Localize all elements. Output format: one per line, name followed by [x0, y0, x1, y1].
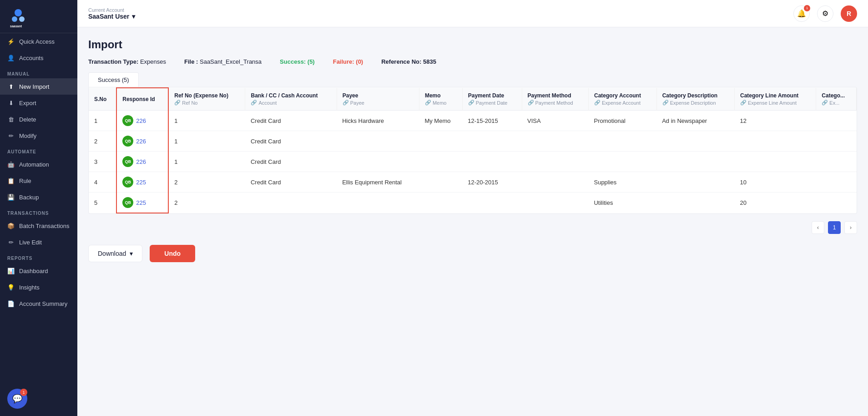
sidebar-item-automation[interactable]: 🤖 Automation — [0, 156, 77, 172]
col-category-account: Category Account 🔗 Expense Account — [588, 88, 656, 111]
transaction-type: Transaction Type: Expenses — [88, 58, 166, 65]
success-count: Success: (5) — [280, 58, 315, 65]
cell-payment-method — [522, 152, 588, 172]
qb-icon: QB — [122, 197, 133, 208]
cell-category-account: Supplies — [588, 172, 656, 193]
cell-response-id: QB226 — [116, 131, 168, 152]
cell-payment-date — [462, 131, 522, 152]
download-button[interactable]: Download ▾ — [88, 245, 142, 262]
cell-category-amount — [734, 152, 816, 172]
cell-ref-no: 2 — [168, 172, 245, 193]
reference-no: Reference No: 5835 — [381, 58, 436, 65]
sidebar-item-insights[interactable]: 💡 Insights — [0, 279, 77, 295]
sidebar-item-accounts[interactable]: 👤 Accounts — [0, 50, 77, 66]
sidebar-item-modify[interactable]: ✏ Modify — [0, 127, 77, 144]
rule-icon: 📋 — [7, 177, 15, 184]
cell-payee — [337, 152, 419, 172]
sidebar-item-export[interactable]: ⬇ Export — [0, 95, 77, 111]
quick-access-icon: ⚡ — [7, 38, 15, 45]
cell-sno: 3 — [89, 152, 116, 172]
table-row: 4QB2252Credit CardEllis Equipment Rental… — [89, 172, 857, 193]
export-icon: ⬇ — [7, 99, 15, 107]
svg-point-0 — [15, 9, 22, 16]
sidebar-item-new-import[interactable]: ⬆ New Import — [0, 78, 77, 95]
cell-ref-no: 1 — [168, 152, 245, 172]
svg-point-1 — [12, 16, 17, 22]
qb-icon: QB — [122, 115, 133, 126]
svg-point-2 — [19, 16, 25, 22]
prev-page-button[interactable]: ‹ — [812, 221, 824, 234]
account-name-selector[interactable]: SaaSant User ▾ — [88, 13, 135, 20]
cell-payment-method — [522, 172, 588, 193]
avatar[interactable]: R — [841, 5, 857, 22]
header: Current Account SaaSant User ▾ 🔔 1 ⚙ R — [77, 0, 868, 27]
sidebar-item-account-summary[interactable]: 📄 Account Summary — [0, 295, 77, 312]
next-page-button[interactable]: › — [844, 221, 857, 234]
response-id-link[interactable]: 225 — [136, 199, 146, 206]
chevron-down-icon: ▾ — [132, 13, 135, 20]
cell-memo — [419, 193, 462, 213]
sidebar-item-quick-access[interactable]: ⚡ Quick Access — [0, 33, 77, 50]
sidebar-item-live-edit[interactable]: ✏ Live Edit — [0, 234, 77, 250]
col-category-amount: Category Line Amount 🔗 Expense Line Amou… — [734, 88, 816, 111]
results-table: S.No Response Id Ref No (Expense No) 🔗 R… — [89, 87, 857, 213]
sidebar-item-dashboard[interactable]: 📊 Dashboard — [0, 263, 77, 279]
chat-badge: 1 — [20, 389, 27, 396]
col-payee: Payee 🔗 Payee — [337, 88, 419, 111]
cell-category-desc — [656, 193, 734, 213]
transactions-section-label: TRANSACTIONS — [0, 205, 77, 218]
new-import-icon: ⬆ — [7, 83, 15, 90]
cell-category-amount — [734, 131, 816, 152]
cell-category-status — [816, 111, 857, 131]
cell-category-account: Utilities — [588, 193, 656, 213]
cell-payment-method — [522, 193, 588, 213]
cell-bank-account: Credit Card — [245, 131, 337, 152]
qb-icon: QB — [122, 177, 133, 188]
insights-icon: 💡 — [7, 284, 15, 291]
cell-payee — [337, 193, 419, 213]
results-table-container: S.No Response Id Ref No (Expense No) 🔗 R… — [88, 87, 857, 214]
delete-icon: 🗑 — [7, 116, 15, 123]
reports-section-label: REPORTS — [0, 250, 77, 263]
cell-category-status — [816, 193, 857, 213]
cell-payment-method: VISA — [522, 111, 588, 131]
automation-icon: 🤖 — [7, 161, 15, 168]
automate-section-label: AUTOMATE — [0, 144, 77, 156]
notification-badge: 1 — [804, 5, 810, 11]
current-page-button[interactable]: 1 — [828, 221, 841, 234]
cell-memo — [419, 131, 462, 152]
file-name: File : SaaSant_Excel_Transa — [184, 58, 262, 65]
notifications-button[interactable]: 🔔 1 — [793, 5, 810, 22]
backup-icon: 💾 — [7, 193, 15, 201]
col-category-status: Catego... 🔗 Ex... — [816, 88, 857, 111]
cell-ref-no: 2 — [168, 193, 245, 213]
response-id-link[interactable]: 226 — [136, 158, 146, 165]
settings-button[interactable]: ⚙ — [817, 5, 833, 22]
cell-ref-no: 1 — [168, 131, 245, 152]
cell-sno: 2 — [89, 131, 116, 152]
sidebar-item-backup[interactable]: 💾 Backup — [0, 189, 77, 205]
response-id-link[interactable]: 226 — [136, 117, 146, 124]
cell-category-account — [588, 131, 656, 152]
content-area: Import Transaction Type: Expenses File :… — [77, 27, 868, 416]
cell-ref-no: 1 — [168, 111, 245, 131]
table-body: 1QB2261Credit CardHicks HardwareMy Memo1… — [89, 111, 857, 213]
sidebar-item-batch-transactions[interactable]: 📦 Batch Transactions — [0, 218, 77, 234]
cell-category-desc — [656, 152, 734, 172]
svg-text:saasant: saasant — [10, 25, 22, 27]
sidebar-item-rule[interactable]: 📋 Rule — [0, 172, 77, 189]
response-id-link[interactable]: 225 — [136, 179, 146, 186]
col-payment-method: Payment Method 🔗 Payment Method — [522, 88, 588, 111]
cell-bank-account: Credit Card — [245, 172, 337, 193]
table-header-row: S.No Response Id Ref No (Expense No) 🔗 R… — [89, 88, 857, 111]
cell-category-account — [588, 152, 656, 172]
cell-category-amount: 12 — [734, 111, 816, 131]
undo-button[interactable]: Undo — [150, 245, 195, 262]
response-id-link[interactable]: 226 — [136, 138, 146, 145]
cell-bank-account — [245, 193, 337, 213]
col-sno: S.No — [89, 88, 116, 111]
cell-sno: 5 — [89, 193, 116, 213]
chat-button[interactable]: 💬 1 — [7, 389, 27, 409]
sidebar-item-delete[interactable]: 🗑 Delete — [0, 111, 77, 127]
tab-success[interactable]: Success (5) — [88, 72, 139, 87]
